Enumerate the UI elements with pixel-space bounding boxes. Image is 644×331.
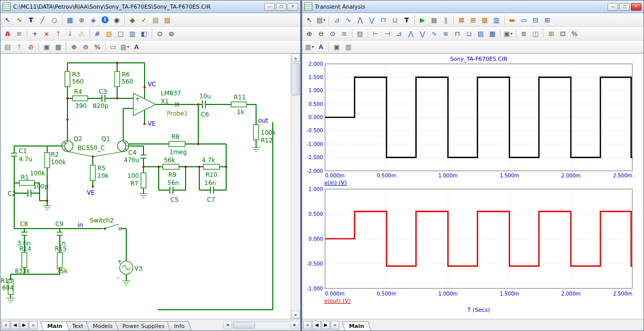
- add-plot-button[interactable]: ⊟: [530, 15, 541, 25]
- prev-tab-button[interactable]: ◀: [11, 321, 19, 329]
- warning-icon[interactable]: ⚠: [76, 28, 87, 39]
- first-tab-button[interactable]: «: [303, 321, 312, 329]
- flag-button[interactable]: ▧: [103, 28, 115, 39]
- last-tab-button[interactable]: »: [331, 321, 339, 329]
- prev-tab-button[interactable]: ◀: [312, 321, 321, 329]
- monitor-icon[interactable]: ▦: [64, 15, 76, 25]
- transient-plot-area[interactable]: 0.000m0.500m1.000m1.500m2.000m2.500m2.00…: [302, 53, 643, 319]
- scroll-down-button[interactable]: ▼: [291, 311, 300, 319]
- scope-mode-button[interactable]: ⊿: [331, 15, 342, 25]
- waveform-button[interactable]: ∿: [428, 28, 440, 39]
- step-button[interactable]: ⊔: [463, 28, 475, 39]
- maximize-button[interactable]: □: [619, 3, 630, 11]
- plot-properties-button[interactable]: ▭: [518, 15, 529, 25]
- zoom-percent-button[interactable]: %: [569, 28, 580, 39]
- horizontal-scroll-thumb[interactable]: [233, 322, 255, 328]
- zoom-in-button[interactable]: ⊕: [304, 28, 315, 39]
- probe-icon[interactable]: ◉: [111, 15, 122, 25]
- tab-main[interactable]: Main: [342, 321, 371, 330]
- clipboard-button[interactable]: ▣▾: [503, 28, 514, 39]
- first-tab-button[interactable]: «: [2, 321, 10, 329]
- vertical-scroll-track[interactable]: [291, 62, 300, 311]
- table-button[interactable]: ▤: [475, 28, 486, 39]
- move-down-button[interactable]: ↓: [64, 28, 76, 39]
- next-tab-button[interactable]: ▶: [321, 321, 330, 329]
- select-tool[interactable]: ↖: [304, 15, 315, 25]
- grid-menu-button[interactable]: ▦▾: [304, 42, 315, 52]
- grid-button[interactable]: #: [92, 28, 103, 39]
- last-tab-button[interactable]: »: [29, 321, 38, 329]
- zoom-out-button[interactable]: ⊖: [315, 28, 327, 39]
- copy-page-button[interactable]: ▣: [331, 42, 342, 52]
- model-icon[interactable]: ◆: [127, 15, 138, 25]
- add-node-button[interactable]: +: [29, 28, 41, 39]
- tab-models[interactable]: Models: [86, 321, 120, 330]
- zoom-in-button[interactable]: ⊕: [68, 42, 80, 52]
- vertical-scrollbar[interactable]: ▲ ▼: [291, 54, 300, 319]
- zoom-percent-button[interactable]: %: [92, 42, 103, 52]
- go-to-point-button[interactable]: ⊡: [557, 28, 568, 39]
- select-tool[interactable]: ↖: [2, 15, 13, 25]
- delete-button[interactable]: ×: [41, 28, 52, 39]
- copy-button[interactable]: ▣: [41, 42, 52, 52]
- copy-graph-button[interactable]: ▤▾: [315, 15, 327, 25]
- linear-axis-button[interactable]: ⊢: [370, 28, 381, 39]
- sheet-icon[interactable]: ▤: [150, 15, 161, 25]
- vertical-tag-button[interactable]: ⊔: [389, 15, 401, 25]
- state-variables-button[interactable]: ▥: [491, 15, 502, 25]
- schematic-titlebar[interactable]: C:\MC11\DATA\Petrov\RIAA\Sony\Sony_TA-F6…: [1, 1, 300, 13]
- new-page-button[interactable]: ▤: [2, 42, 13, 52]
- vertical-scroll-thumb[interactable]: [292, 63, 300, 95]
- paste-button[interactable]: ▦: [53, 42, 64, 52]
- schematic-canvas[interactable]: R3560R6560R4390C3820pVCLM837X1VEProbe110…: [1, 54, 291, 319]
- ellipse-tool[interactable]: ○: [49, 15, 60, 25]
- box-button[interactable]: □: [115, 28, 126, 39]
- text-tool[interactable]: T: [401, 15, 412, 25]
- run-button[interactable]: ▶: [417, 15, 428, 25]
- curve-label[interactable]: v(out) (V): [324, 298, 351, 304]
- close-button[interactable]: ×: [631, 3, 641, 11]
- minimize-button[interactable]: –: [607, 3, 618, 11]
- tab-main[interactable]: Main: [40, 321, 69, 330]
- peak-tag-button[interactable]: ⋀: [354, 15, 366, 25]
- limits-button[interactable]: ⊠: [456, 15, 467, 25]
- scroll-left-button[interactable]: ◀: [223, 321, 232, 329]
- scroll-right-button[interactable]: ▶: [291, 321, 299, 329]
- transient-titlebar[interactable]: Transient Analysis –□×: [302, 1, 643, 13]
- curve-label[interactable]: v(in) (V): [324, 179, 347, 186]
- horizontal-scroll-track[interactable]: [232, 321, 291, 329]
- tab-power-supplies[interactable]: Power Supplies: [115, 321, 171, 330]
- maximize-button[interactable]: □: [276, 3, 287, 11]
- tab-info[interactable]: Info: [167, 321, 192, 330]
- peak-button[interactable]: ⋀: [405, 28, 416, 39]
- find-next-button[interactable]: ⊚: [166, 28, 177, 39]
- log-axis-button[interactable]: ⊣: [382, 28, 393, 39]
- grid-plot-button[interactable]: ▦: [487, 28, 498, 39]
- move-up-button[interactable]: ↑: [53, 28, 64, 39]
- menu-button[interactable]: ≡: [339, 28, 350, 39]
- font-button[interactable]: A: [315, 42, 327, 52]
- pulse-button[interactable]: ⊓: [452, 28, 463, 39]
- font-button[interactable]: A: [2, 28, 13, 39]
- grid-menu-button[interactable]: ▦▾: [119, 42, 130, 52]
- cancel-button[interactable]: ⊘: [25, 42, 37, 52]
- next-tab-button[interactable]: ▶: [20, 321, 28, 329]
- wire-mode-tool[interactable]: ∿: [14, 15, 25, 25]
- zoom-area-button[interactable]: ⊙: [327, 28, 338, 39]
- close-button[interactable]: ×: [288, 3, 298, 11]
- horizontal-tag-button[interactable]: ⊓: [378, 15, 389, 25]
- valley-button[interactable]: ⋁: [417, 28, 428, 39]
- optimize-button[interactable]: ▦: [479, 15, 490, 25]
- calculator-button[interactable]: ◫: [530, 28, 541, 39]
- overlay-plot-button[interactable]: ⊞: [542, 15, 553, 25]
- line-tool[interactable]: ╱: [37, 15, 48, 25]
- reduce-data-button[interactable]: ▬: [507, 15, 518, 25]
- horizontal-scrollbar[interactable]: ◀ ▶: [223, 321, 299, 329]
- list-button[interactable]: ≣: [518, 28, 529, 39]
- edit-button[interactable]: ▨: [354, 28, 366, 39]
- cursor-grid-button[interactable]: ⊞: [546, 28, 557, 39]
- noise-button[interactable]: ≋: [440, 28, 451, 39]
- mirror-button[interactable]: ◧: [138, 28, 150, 39]
- page-button[interactable]: ▥: [127, 28, 138, 39]
- check-icon[interactable]: ✓: [138, 15, 150, 25]
